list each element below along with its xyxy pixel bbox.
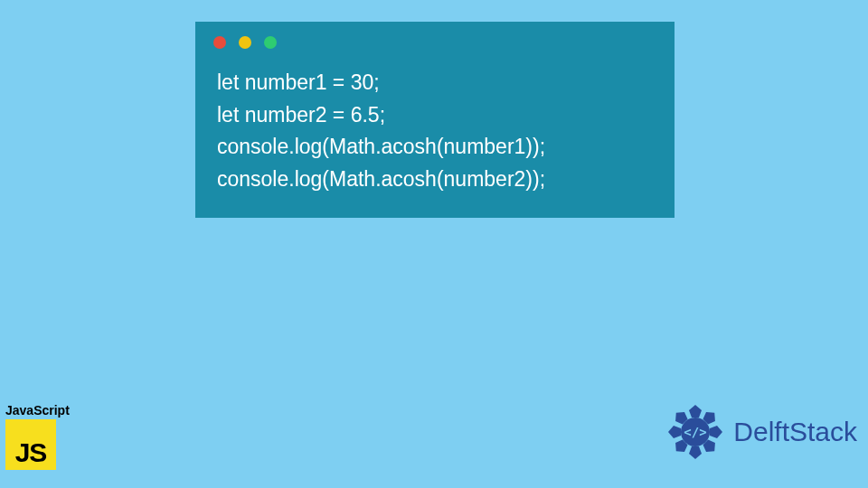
minimize-icon xyxy=(239,36,251,49)
code-line: console.log(Math.acosh(number1)); xyxy=(217,131,653,164)
code-content: let number1 = 30; let number2 = 6.5; con… xyxy=(195,56,675,218)
code-line: console.log(Math.acosh(number2)); xyxy=(217,164,653,196)
maximize-icon xyxy=(264,36,277,49)
javascript-logo-icon: JS xyxy=(5,419,56,470)
window-controls xyxy=(195,22,675,56)
svg-text:</>: </> xyxy=(684,425,707,439)
brand-name: DelftStack xyxy=(733,417,857,447)
brand-logo: </> DelftStack xyxy=(665,401,857,463)
javascript-label: JavaScript xyxy=(5,403,70,418)
javascript-logo-text: JS xyxy=(15,439,47,470)
code-window: let number1 = 30; let number2 = 6.5; con… xyxy=(195,22,675,218)
close-icon xyxy=(213,36,226,49)
delftstack-icon: </> xyxy=(665,401,726,463)
code-line: let number1 = 30; xyxy=(217,67,653,99)
code-line: let number2 = 6.5; xyxy=(217,99,653,132)
javascript-badge: JavaScript JS xyxy=(5,403,70,470)
